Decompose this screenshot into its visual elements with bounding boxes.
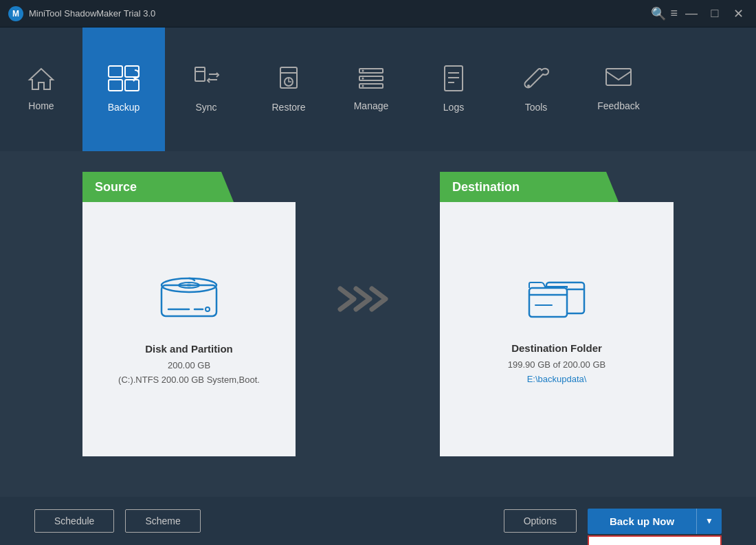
nav-item-feedback[interactable]: Feedback — [577, 27, 660, 151]
source-header-label: Source — [95, 180, 137, 194]
nav-item-manage[interactable]: Manage — [330, 27, 412, 151]
tools-icon — [522, 65, 550, 96]
search-icon[interactable]: 🔍 — [651, 6, 666, 21]
destination-path: E:\backupdata\ — [527, 374, 587, 384]
svg-point-17 — [527, 85, 530, 87]
destination-tab: Destination — [440, 172, 619, 202]
svg-point-22 — [187, 283, 191, 287]
source-tab: Source — [82, 172, 234, 202]
disk-icon — [155, 271, 223, 329]
backup-now-button[interactable]: Back up Now — [588, 509, 696, 534]
svg-point-10 — [362, 69, 364, 71]
nav-item-backup[interactable]: Backup — [82, 27, 165, 151]
nav-label-feedback: Feedback — [597, 100, 639, 111]
maximize-button[interactable]: □ — [705, 6, 724, 21]
nav-label-sync: Sync — [195, 102, 216, 113]
folder-icon — [526, 274, 588, 329]
svg-rect-0 — [109, 66, 122, 77]
svg-rect-2 — [109, 80, 122, 91]
backup-icon — [107, 65, 140, 96]
restore-icon — [275, 65, 302, 96]
source-size: 200.00 GB — [168, 359, 210, 373]
nav-label-tools: Tools — [525, 102, 548, 113]
sync-icon — [192, 65, 220, 96]
logs-icon — [441, 65, 467, 96]
destination-card-body[interactable]: Destination Folder 199.90 GB of 200.00 G… — [440, 202, 674, 456]
nav-item-home[interactable]: Home — [0, 27, 82, 151]
nav-item-tools[interactable]: Tools — [495, 27, 577, 151]
close-button[interactable]: ✕ — [729, 6, 748, 21]
arrow-icon — [337, 282, 399, 316]
home-icon — [27, 66, 55, 95]
app-title: MiniTool ShadowMaker Trial 3.0 — [29, 8, 651, 19]
svg-rect-3 — [125, 80, 139, 91]
scheme-button[interactable]: Scheme — [125, 509, 200, 533]
schedule-button[interactable]: Schedule — [34, 509, 114, 533]
options-button[interactable]: Options — [504, 509, 577, 533]
svg-rect-27 — [529, 288, 567, 317]
svg-rect-1 — [125, 66, 139, 77]
svg-point-12 — [362, 85, 364, 87]
svg-point-25 — [205, 307, 210, 311]
app-logo: M — [8, 6, 23, 21]
source-detail: (C:).NTFS 200.00 GB System,Boot. — [118, 373, 260, 388]
source-card-body[interactable]: Disk and Partition 200.00 GB (C:).NTFS 2… — [82, 202, 296, 456]
destination-header-label: Destination — [452, 180, 520, 194]
nav-label-home: Home — [28, 100, 54, 111]
source-title: Disk and Partition — [145, 343, 233, 355]
nav-label-backup: Backup — [108, 102, 140, 113]
titlebar: M MiniTool ShadowMaker Trial 3.0 🔍 ≡ — □… — [0, 0, 756, 27]
backup-later-button[interactable]: Back up Later — [589, 537, 720, 546]
svg-point-11 — [362, 77, 364, 79]
menu-icon[interactable]: ≡ — [670, 6, 678, 21]
nav-item-sync[interactable]: Sync — [165, 27, 247, 151]
feedback-icon — [605, 66, 632, 95]
backup-dropdown-menu: Back up Later — [588, 535, 722, 546]
manage-icon — [357, 66, 385, 95]
svg-rect-4 — [195, 67, 205, 81]
backup-dropdown-button[interactable]: ▼ — [696, 509, 722, 534]
nav-item-logs[interactable]: Logs — [412, 27, 495, 151]
minimize-button[interactable]: — — [682, 6, 701, 21]
bottombar: Schedule Scheme Options Back up Now ▼ Ba… — [0, 497, 756, 545]
nav-label-manage: Manage — [354, 100, 389, 111]
source-header-wrapper: Source — [82, 172, 296, 202]
arrow-section — [337, 172, 399, 316]
destination-size: 199.90 GB of 200.00 GB — [508, 358, 605, 372]
destination-card[interactable]: Destination Destination Folder — [440, 172, 674, 456]
destination-header-wrapper: Destination — [440, 172, 674, 202]
svg-rect-18 — [606, 69, 631, 85]
destination-title: Destination Folder — [511, 342, 602, 354]
nav-label-restore: Restore — [271, 102, 305, 113]
navbar: Home Backup Sync — [0, 27, 756, 151]
backup-now-wrapper: Back up Now ▼ Back up Later — [588, 509, 722, 534]
nav-label-logs: Logs — [443, 102, 464, 113]
nav-item-restore[interactable]: Restore — [247, 27, 330, 151]
main-content: Source Disk and Partition 200.00 GB — [0, 151, 756, 497]
source-card[interactable]: Source Disk and Partition 200.00 GB — [82, 172, 296, 456]
